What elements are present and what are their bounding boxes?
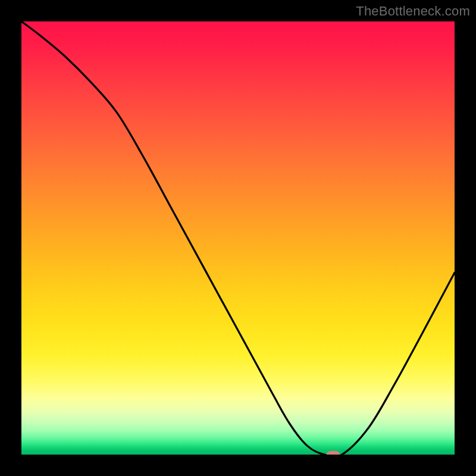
bottleneck-curve: [21, 21, 455, 455]
attribution-text: TheBottleneck.com: [356, 4, 470, 19]
curve-layer: [21, 21, 455, 455]
minimum-marker: [327, 451, 340, 455]
chart-frame: TheBottleneck.com line: [0, 0, 476, 476]
plot-area: [21, 21, 455, 455]
